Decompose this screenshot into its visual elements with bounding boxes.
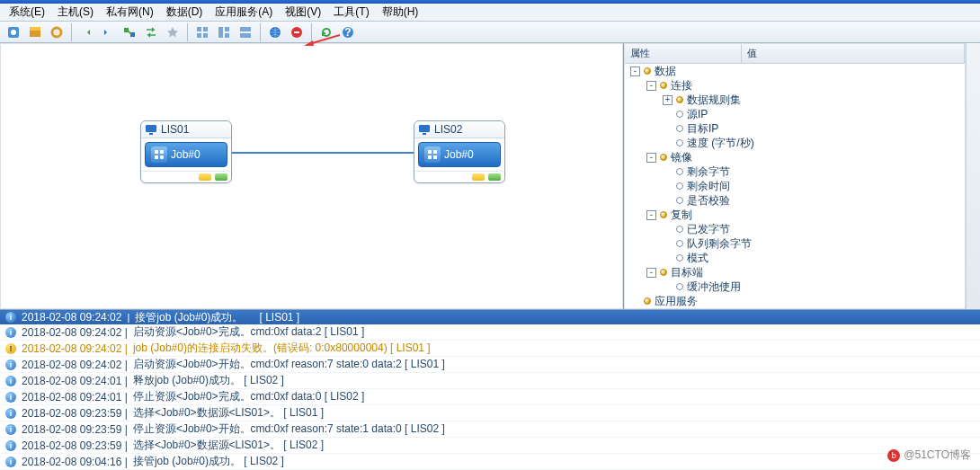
tool-plug-icon[interactable]: [76, 22, 96, 42]
tool-grid2-icon[interactable]: [214, 22, 234, 42]
svg-rect-24: [149, 133, 153, 135]
tree-row[interactable]: 剩余时间0s: [625, 179, 965, 193]
prop-label: 队列剩余字节: [687, 236, 752, 252]
collapse-icon[interactable]: -: [646, 153, 656, 163]
bullet-icon: [676, 96, 683, 103]
log-timestamp: 2018-02-08 09:24:02 |: [22, 359, 128, 371]
tool-box-icon[interactable]: [25, 22, 45, 42]
status-dot-yellow: [199, 173, 211, 181]
menu-item[interactable]: 系统(E): [4, 4, 50, 21]
bullet-icon: [660, 211, 667, 218]
tree-row[interactable]: -镜像Stop: [625, 150, 965, 164]
menu-item[interactable]: 视图(V): [280, 4, 326, 21]
collapse-icon[interactable]: -: [646, 268, 656, 278]
node-lis01[interactable]: LIS01 Job#0: [140, 120, 232, 183]
log-timestamp: 2018-02-08 09:04:16 |: [22, 456, 128, 468]
prop-label: 源IP: [687, 107, 708, 122]
tool-star-icon[interactable]: [163, 22, 183, 42]
log-row[interactable]: !2018-02-08 09:24:02 | job (Job#0)的连接启动失…: [0, 341, 980, 357]
log-header-ts: 2018-02-08 09:24:02: [22, 311, 121, 324]
log-timestamp: 2018-02-08 09:24:01 |: [22, 391, 128, 403]
bullet-icon: [660, 154, 667, 161]
log-row[interactable]: i2018-02-08 09:23:59 | 选择<Job#0>数据源<LIS0…: [0, 405, 980, 421]
tree-row[interactable]: 已发字节0: [625, 222, 965, 236]
prop-label: 已发字节: [687, 222, 730, 237]
node-title: LIS01: [141, 121, 231, 138]
job-chip[interactable]: Job#0: [418, 142, 501, 167]
menu-item[interactable]: 数据(D): [161, 4, 209, 21]
tool-grid1-icon[interactable]: [192, 22, 212, 42]
log-header-msg: 接管job (Job#0)成功。: [135, 310, 243, 325]
properties-tree[interactable]: -数据Job#0-连接Stop+数据规则集Job#0源IPNA目标IPNA速度 …: [625, 64, 965, 308]
tool-plug2-icon[interactable]: [98, 22, 118, 42]
svg-rect-29: [419, 125, 430, 132]
tree-row[interactable]: 目标IPNA: [625, 121, 965, 136]
log-row[interactable]: i2018-02-08 09:23:59 | 选择<Job#0>数据源<LIS0…: [0, 438, 980, 454]
svg-point-5: [55, 31, 58, 34]
tree-row[interactable]: -复制Stop: [625, 208, 965, 222]
tool-help-icon[interactable]: ?: [338, 22, 358, 42]
col-header-property[interactable]: 属性: [625, 44, 742, 63]
tool-grid3-icon[interactable]: [236, 22, 255, 42]
info-icon: i: [5, 376, 16, 386]
tree-row[interactable]: 应用服务Job#0: [625, 294, 965, 308]
log-timestamp: 2018-02-08 09:24:02 |: [22, 342, 128, 355]
tool-config-icon[interactable]: [4, 22, 23, 42]
tool-gear-icon[interactable]: [47, 22, 67, 42]
info-icon: i: [5, 392, 16, 403]
svg-rect-32: [433, 150, 437, 154]
log-row[interactable]: i2018-02-08 09:24:02 | 启动资源<Job#0>开始。cmd…: [0, 357, 980, 373]
menu-item[interactable]: 私有网(N): [101, 4, 159, 21]
topology-canvas[interactable]: LIS01 Job#0: [0, 43, 624, 309]
tree-row[interactable]: 是否校验No: [625, 193, 965, 208]
info-icon: i: [5, 408, 16, 419]
log-row[interactable]: i2018-02-08 09:24:02 | 启动资源<Job#0>完成。cmd…: [0, 324, 980, 341]
node-title: LIS02: [414, 121, 504, 138]
separator: [71, 23, 72, 41]
watermark-text: @51CTO博客: [904, 448, 971, 463]
menu-item[interactable]: 应用服务(A): [209, 4, 278, 21]
collapse-icon[interactable]: -: [630, 67, 640, 76]
tree-row[interactable]: 剩余字节0: [625, 164, 965, 179]
tool-globe-icon[interactable]: [265, 22, 285, 42]
log-body[interactable]: i2018-02-08 09:24:02 | 启动资源<Job#0>完成。cmd…: [0, 324, 980, 470]
menu-item[interactable]: 主机(S): [52, 4, 99, 21]
job-chip[interactable]: Job#0: [145, 142, 227, 167]
log-row[interactable]: i2018-02-08 09:23:59 | 停止资源<Job#0>开始。cmd…: [0, 421, 980, 438]
log-message: 启动资源<Job#0>开始。cmd:0xf reason:7 state:0 d…: [133, 357, 975, 372]
node-lis02[interactable]: LIS02 Job#0: [414, 120, 505, 183]
svg-line-8: [128, 31, 131, 34]
tree-row[interactable]: 队列剩余字节0: [625, 236, 965, 251]
menu-item[interactable]: 工具(T): [328, 4, 374, 21]
expand-icon[interactable]: +: [663, 95, 673, 105]
tree-row[interactable]: -数据Job#0: [625, 64, 965, 78]
tree-row[interactable]: -连接Stop: [625, 78, 965, 93]
tree-row[interactable]: -目标端Absent: [625, 265, 965, 279]
node-footer: [141, 171, 231, 182]
col-header-value[interactable]: 值: [742, 44, 965, 63]
log-row[interactable]: i2018-02-08 09:24:01 | 停止资源<Job#0>完成。cmd…: [0, 389, 980, 405]
node-name-label: LIS02: [434, 123, 462, 136]
node-footer: [414, 171, 504, 182]
scrollbar[interactable]: [966, 43, 980, 309]
tree-row[interactable]: +数据规则集Job#0: [625, 93, 965, 107]
log-header-row[interactable]: i 2018-02-08 09:24:02 | 接管job (Job#0)成功。…: [0, 310, 980, 324]
collapse-icon[interactable]: -: [646, 81, 656, 91]
tree-row[interactable]: 源IPNA: [625, 107, 965, 121]
tree-row[interactable]: 速度 (字节/秒)0: [625, 136, 965, 150]
tool-link-icon[interactable]: [120, 22, 139, 42]
tool-swap-icon[interactable]: [141, 22, 161, 42]
tree-row[interactable]: 模式Async: [625, 251, 965, 265]
log-row[interactable]: i2018-02-08 09:04:16 | 接管job (Job#0)成功。 …: [0, 454, 980, 470]
bullet-icon: [676, 240, 683, 247]
log-message: 启动资源<Job#0>完成。cmd:0xf data:2 [ LIS01 ]: [133, 324, 975, 340]
tree-row[interactable]: 缓冲池使用NA: [625, 279, 965, 294]
log-message: 停止资源<Job#0>完成。cmd:0xf data:0 [ LIS02 ]: [133, 389, 975, 404]
panel-header: 属性 值: [625, 44, 965, 64]
menu-item[interactable]: 帮助(H): [377, 4, 424, 21]
collapse-icon[interactable]: -: [646, 210, 656, 220]
log-row[interactable]: i2018-02-08 09:24:01 | 释放job (Job#0)成功。 …: [0, 373, 980, 389]
bullet-icon: [644, 67, 651, 75]
prop-label: 目标端: [671, 265, 703, 280]
svg-rect-31: [428, 150, 432, 154]
